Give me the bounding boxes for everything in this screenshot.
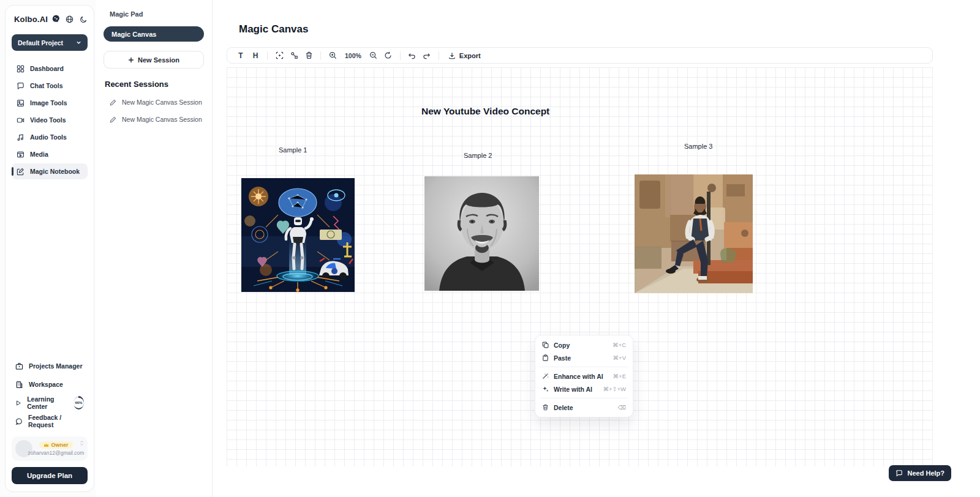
help-chat-icon <box>895 469 903 477</box>
session-list-item[interactable]: New Magic Canvas Session <box>104 99 204 106</box>
chevron-down-icon <box>76 40 81 45</box>
music-note-icon <box>17 133 24 141</box>
redo-button[interactable] <box>420 49 434 62</box>
zoom-in-button[interactable] <box>325 49 340 62</box>
learning-progress-badge: 66% <box>74 396 84 409</box>
connector-tool-button[interactable] <box>287 49 301 62</box>
delete-tool-button[interactable] <box>301 49 316 62</box>
sidebar-item-video-tools[interactable]: Video Tools <box>12 112 88 128</box>
need-help-button[interactable]: Need Help? <box>889 465 951 481</box>
sidebar-item-media[interactable]: Media <box>12 146 88 162</box>
dark-mode-moon-icon[interactable] <box>80 15 88 23</box>
nav-magic-pad[interactable]: Magic Pad <box>104 9 204 20</box>
reset-view-button[interactable] <box>381 49 396 62</box>
undo-button[interactable] <box>405 49 420 62</box>
paste-icon <box>542 354 549 361</box>
video-camera-icon <box>17 116 24 124</box>
sidebar-item-workspace[interactable]: Workspace <box>12 375 88 394</box>
menu-item-shortcut: ⌫ <box>618 404 626 411</box>
sidebar-item-label: Feedback / Request <box>28 414 84 428</box>
rotate-reset-icon <box>384 51 392 59</box>
sidebar-item-label: Dashboard <box>30 65 64 72</box>
new-session-label: New Session <box>138 56 179 64</box>
canvas-toolbar: T H 100% <box>227 47 933 64</box>
sidebar-item-dashboard[interactable]: Dashboard <box>12 61 88 77</box>
sidebar-item-learning-center[interactable]: Learning Center 66% <box>12 394 88 412</box>
sidebar-item-chat-tools[interactable]: Chat Tools <box>12 78 88 94</box>
sessions-panel: Magic Pad Magic Canvas New Session Recen… <box>96 0 213 497</box>
trash-icon <box>305 51 313 59</box>
sidebar-item-feedback[interactable]: Feedback / Request <box>12 412 88 430</box>
plus-icon <box>128 57 134 63</box>
sidebar-item-magic-notebook[interactable]: Magic Notebook <box>12 163 88 179</box>
magic-canvas-surface[interactable]: New Youtube Video Concept Sample 1 Sampl… <box>227 67 933 466</box>
toolbar-divider <box>439 51 439 60</box>
context-menu-write-ai[interactable]: Write with AI ⌘+⇧+W <box>538 383 630 395</box>
sidebar-item-audio-tools[interactable]: Audio Tools <box>12 129 88 145</box>
feedback-bubble-icon <box>15 417 23 425</box>
toolbar-divider <box>267 51 268 60</box>
menu-divider <box>540 398 628 398</box>
sidebar-item-projects-manager[interactable]: Projects Manager <box>12 357 88 375</box>
nav-magic-canvas-active[interactable]: Magic Canvas <box>104 26 204 42</box>
main-area: Magic Canvas T H 100% <box>213 0 980 497</box>
sidebar-item-label: Learning Center <box>27 395 66 410</box>
sample-3-label[interactable]: Sample 3 <box>684 143 712 150</box>
redo-icon <box>423 51 431 59</box>
upgrade-plan-button[interactable]: Upgrade Plan <box>12 467 88 484</box>
menu-divider <box>540 367 628 367</box>
sidebar-item-label: Projects Manager <box>29 362 83 370</box>
download-icon <box>448 52 456 59</box>
context-menu-enhance-ai[interactable]: Enhance with AI ⌘+E <box>538 370 630 383</box>
chevron-updown-icon <box>80 440 84 446</box>
sidebar: Kolbo.AI Default Project Dashboard <box>5 5 94 492</box>
menu-item-label: Enhance with AI <box>554 373 603 380</box>
sidebar-nav: Dashboard Chat Tools Image Tools Video T… <box>12 61 88 181</box>
sample-1-image[interactable] <box>241 178 355 292</box>
sidebar-item-label: Audio Tools <box>30 133 67 141</box>
sidebar-item-image-tools[interactable]: Image Tools <box>12 95 88 111</box>
user-email: zoharvan12@gmail.com <box>28 450 85 456</box>
context-menu: Copy ⌘+C Paste ⌘+V Enhance with AI ⌘+E W… <box>535 335 633 417</box>
briefcase-icon <box>15 362 23 370</box>
menu-item-label: Copy <box>554 342 570 349</box>
image-icon <box>17 99 24 107</box>
canvas-heading-text[interactable]: New Youtube Video Concept <box>421 106 549 117</box>
sparkles-icon <box>542 386 549 392</box>
dashboard-icon <box>17 65 24 73</box>
new-session-button[interactable]: New Session <box>104 51 204 69</box>
ai-select-tool-button[interactable] <box>272 49 287 62</box>
text-tool-button[interactable]: T <box>233 49 248 62</box>
session-list-item[interactable]: New Magic Canvas Session <box>104 116 204 123</box>
sample-1-label[interactable]: Sample 1 <box>279 146 307 154</box>
sidebar-footer: Projects Manager Workspace Learning Cent… <box>12 357 88 484</box>
user-account-row[interactable]: Owner zoharvan12@gmail.com <box>12 436 88 461</box>
need-help-label: Need Help? <box>907 469 944 477</box>
zoom-out-button[interactable] <box>366 49 381 62</box>
heading-tool-button[interactable]: H <box>248 49 263 62</box>
session-title: New Magic Canvas Session <box>122 116 202 123</box>
menu-item-shortcut: ⌘+V <box>613 354 626 361</box>
menu-item-label: Paste <box>554 354 571 362</box>
export-label: Export <box>459 52 481 59</box>
brand-logo: Kolbo.AI <box>14 15 48 24</box>
pencil-icon <box>110 116 116 123</box>
context-menu-paste[interactable]: Paste ⌘+V <box>538 351 630 364</box>
zoom-level: 100% <box>345 52 361 59</box>
context-menu-copy[interactable]: Copy ⌘+C <box>538 338 630 351</box>
undo-icon <box>408 51 416 59</box>
context-menu-delete[interactable]: Delete ⌫ <box>538 401 630 414</box>
project-selector[interactable]: Default Project <box>12 34 88 51</box>
connector-icon <box>290 51 298 59</box>
menu-item-shortcut: ⌘+C <box>612 342 626 348</box>
sample-2-image[interactable] <box>424 176 539 291</box>
sample-2-label[interactable]: Sample 2 <box>464 152 492 159</box>
chat-icon <box>17 82 24 90</box>
ai-select-icon <box>276 51 284 59</box>
session-title: New Magic Canvas Session <box>122 99 202 106</box>
menu-item-label: Write with AI <box>554 386 592 393</box>
export-button[interactable]: Export <box>448 52 481 59</box>
crown-icon <box>43 443 49 447</box>
language-globe-icon[interactable] <box>66 15 74 23</box>
sample-3-image[interactable] <box>635 174 753 293</box>
